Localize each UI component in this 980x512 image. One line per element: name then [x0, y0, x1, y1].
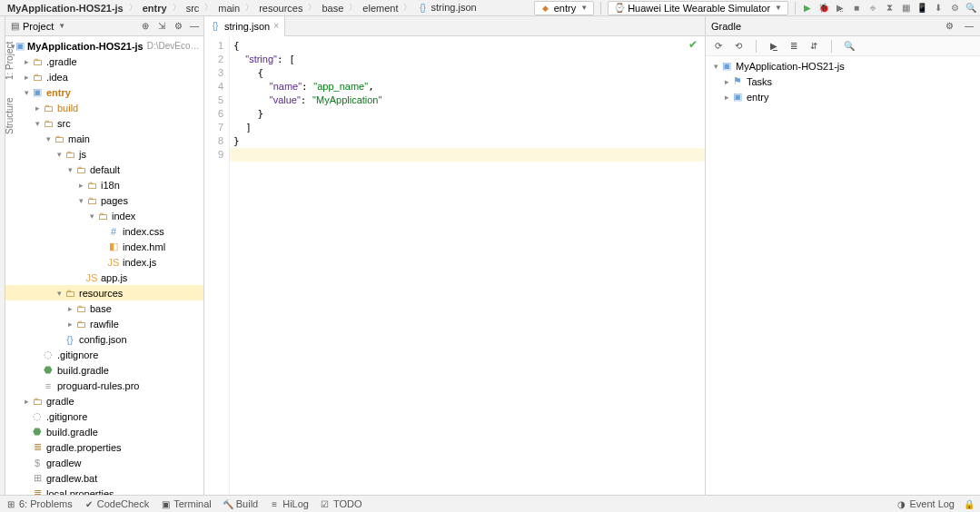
twisty-icon[interactable]: ▸	[76, 181, 85, 190]
tree-node[interactable]: $gradlew	[5, 455, 203, 470]
tree-node[interactable]: ⊞gradlew.bat	[5, 470, 203, 486]
tree-node[interactable]: ▸▣entry	[706, 89, 980, 104]
tree-node[interactable]: ▾🗀pages	[5, 192, 203, 208]
close-icon[interactable]: ×	[273, 21, 279, 31]
tree-node[interactable]: #index.css	[5, 223, 203, 239]
device-selector[interactable]: ⌚ Huawei Lite Wearable Simulator ▼	[608, 1, 788, 15]
tree-node[interactable]: JSindex.js	[5, 254, 203, 270]
tree-node[interactable]: ▸⚑Tasks	[706, 74, 980, 89]
code-editor[interactable]: ✔ 123456789 { "string": [ { "name": "app…	[204, 36, 705, 495]
status-item[interactable]: ☑TODO	[320, 498, 362, 509]
tree-node[interactable]: ≣local.properties	[5, 486, 203, 495]
twisty-icon[interactable]: ▸	[65, 320, 74, 329]
twisty-icon[interactable]: ▸	[722, 93, 731, 102]
twisty-icon[interactable]: ▸	[22, 397, 31, 406]
status-item[interactable]: 🔨Build	[223, 498, 258, 509]
twisty-icon[interactable]: ▸	[65, 304, 74, 313]
side-tab-structure[interactable]: Structure	[5, 97, 15, 134]
attach-icon[interactable]: ⎆	[867, 3, 878, 14]
tree-node[interactable]: ▾🗀js	[5, 146, 203, 162]
editor-tab-string-json[interactable]: {} string.json ×	[204, 16, 285, 36]
twisty-icon[interactable]: ▸	[722, 77, 731, 86]
gear-icon[interactable]: ⚙	[173, 21, 183, 32]
run-config-selector[interactable]: ◆ entry ▼	[534, 1, 594, 15]
tree-node[interactable]: ◌.gitignore	[5, 347, 203, 362]
profiler-icon[interactable]: ⧗	[884, 3, 895, 14]
twisty-icon[interactable]: ▾	[33, 119, 42, 128]
stop-icon[interactable]: ■	[851, 3, 862, 14]
sdk-icon[interactable]: ⬇	[933, 3, 944, 14]
tree-node[interactable]: ▸🗀build	[5, 100, 203, 115]
coverage-run-icon[interactable]: ▶̤	[835, 3, 846, 14]
chevron-down-icon[interactable]: ▼	[58, 22, 65, 30]
tree-node[interactable]: JSapp.js	[5, 270, 203, 285]
twisty-icon[interactable]: ▾	[76, 196, 85, 205]
side-tab-project[interactable]: 1: Project	[5, 42, 15, 80]
settings-icon[interactable]: ⚙	[949, 3, 960, 14]
sync-icon[interactable]: ⟳	[713, 41, 724, 52]
hide-icon[interactable]: —	[189, 21, 200, 32]
tree-node[interactable]: ≣gradle.properties	[5, 439, 203, 455]
twisty-icon[interactable]: ▸	[22, 57, 31, 66]
twisty-icon[interactable]: ▾	[87, 212, 96, 221]
tree-node[interactable]: {}config.json	[5, 331, 203, 347]
select-opened-icon[interactable]: ⊕	[140, 21, 151, 32]
lock-icon[interactable]: 🔒	[964, 498, 975, 509]
search-icon[interactable]: 🔍	[965, 3, 976, 14]
tree-node[interactable]: ▾▣MyApplication-HOS21-js	[706, 58, 980, 74]
status-item[interactable]: ▣Terminal	[160, 498, 212, 509]
breadcrumb-item[interactable]: base	[318, 2, 347, 15]
tree-node[interactable]: ▾🗀resources	[5, 285, 203, 300]
toggle-offline-icon[interactable]: ⇵	[808, 41, 819, 52]
gradle-tree[interactable]: ▾▣MyApplication-HOS21-js▸⚑Tasks▸▣entry	[706, 56, 980, 495]
twisty-icon[interactable]: ▾	[711, 62, 720, 71]
tree-node[interactable]: ▸🗀base	[5, 300, 203, 316]
hide-icon[interactable]: —	[964, 21, 975, 32]
breadcrumb-item[interactable]: main	[214, 2, 243, 15]
gear-icon[interactable]: ⚙	[945, 21, 955, 32]
event-log-button[interactable]: ◑ Event Log	[896, 498, 955, 509]
breadcrumb-item[interactable]: element	[359, 2, 401, 15]
twisty-icon[interactable]: ▾	[54, 289, 64, 298]
tree-node[interactable]: ▾🗀default	[5, 162, 203, 177]
inspection-ok-icon[interactable]: ✔	[688, 38, 698, 51]
status-item[interactable]: ⊞6: Problems	[5, 498, 73, 509]
tree-node[interactable]: ▸🗀rawfile	[5, 316, 203, 331]
tree-node[interactable]: ▾🗀src	[5, 115, 203, 131]
tree-node[interactable]: ◧index.hml	[5, 239, 203, 254]
tree-node[interactable]: ▸🗀.idea	[5, 69, 203, 84]
twisty-icon[interactable]: ▾	[44, 134, 53, 143]
twisty-icon[interactable]: ▸	[22, 73, 31, 82]
tree-node[interactable]: ≡proguard-rules.pro	[5, 378, 203, 393]
tree-node[interactable]: ▾▣MyApplication-HOS21-jsD:\DevEcoStudio\…	[5, 38, 203, 54]
breadcrumb-item[interactable]: resources	[255, 2, 306, 15]
breadcrumb-item[interactable]: src	[183, 2, 203, 15]
avd-icon[interactable]: 📱	[916, 3, 927, 14]
breadcrumb[interactable]: MyApplication-HOS21-js〉entry〉src〉main〉re…	[4, 1, 480, 15]
status-item[interactable]: ✔CodeCheck	[84, 498, 149, 509]
status-item[interactable]: ≡HiLog	[269, 498, 309, 509]
gradle-file-icon[interactable]: ≣	[788, 41, 799, 52]
tree-node[interactable]: ▸🗀.gradle	[5, 54, 203, 69]
tree-node[interactable]: ▸🗀gradle	[5, 393, 203, 409]
code-content[interactable]: { "string": [ { "name": "app_name", "val…	[230, 36, 705, 495]
tree-node[interactable]: ◌.gitignore	[5, 409, 203, 424]
left-tool-stripe[interactable]: 1: Project Structure	[0, 16, 5, 495]
tree-node[interactable]: ▾🗀main	[5, 131, 203, 146]
tree-node[interactable]: ▾▣entry	[5, 84, 203, 100]
breadcrumb-item[interactable]: MyApplication-HOS21-js	[4, 2, 127, 15]
twisty-icon[interactable]: ▸	[33, 103, 42, 113]
debug-icon[interactable]: 🐞	[818, 3, 829, 14]
twisty-icon[interactable]: ▾	[22, 88, 31, 97]
refresh-icon[interactable]: ⟲	[733, 41, 744, 52]
project-tree[interactable]: ▾▣MyApplication-HOS21-jsD:\DevEcoStudio\…	[5, 36, 203, 495]
execute-icon[interactable]: ▶̲	[768, 41, 779, 52]
twisty-icon[interactable]: ▾	[65, 165, 74, 174]
tree-node[interactable]: ▸🗀i18n	[5, 177, 203, 192]
tree-node[interactable]: ⬣build.gradle	[5, 424, 203, 439]
expand-icon[interactable]: ⇲	[156, 21, 167, 32]
breadcrumb-item[interactable]: {} string.json	[413, 1, 480, 15]
tree-node[interactable]: ⬣build.gradle	[5, 362, 203, 378]
search-actions-icon[interactable]: 🔍	[844, 41, 855, 52]
tree-node[interactable]: ▾🗀index	[5, 208, 203, 223]
